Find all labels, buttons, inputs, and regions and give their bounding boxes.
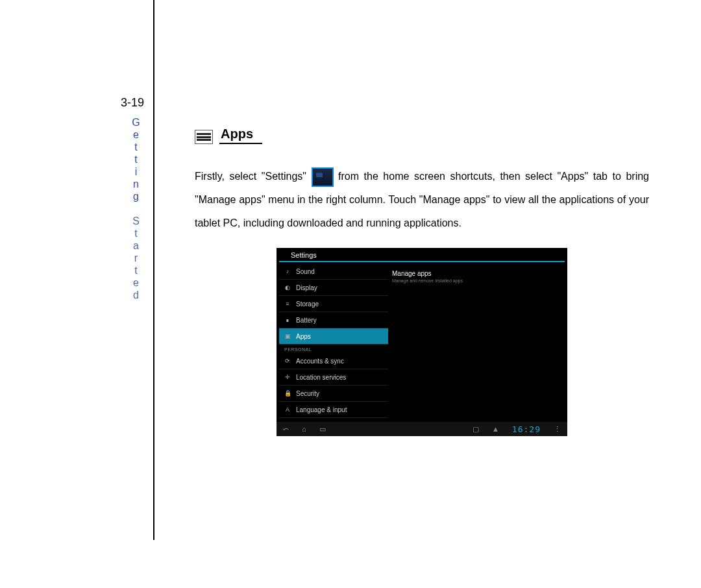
apps-icon: ▣ [284,333,291,339]
sidebar-item-label: Apps [296,333,311,340]
storage-icon: ≡ [284,300,291,307]
system-nav-bar: ⤺ ⌂ ▭ ▢ ▲ 16:29 ⋮ [277,422,567,436]
nav-home-icon[interactable]: ⌂ [302,425,306,433]
settings-screenshot: Settings ♪Sound ◐Display ≡Storage ∎Batte… [277,248,567,436]
sidebar-item-label: Display [296,284,317,291]
sidebar-item-label: Battery [296,317,317,324]
manual-page: 3-19 Getting Started Apps Firstly, selec… [0,0,701,588]
section-side-label: Getting Started [130,117,141,302]
sidebar-item-battery[interactable]: ∎Battery [279,312,388,328]
apps-section-icon [195,130,213,144]
heading-row: Apps [195,127,649,144]
sidebar-item-backup[interactable]: ⟲Backup & reset [279,418,388,421]
page-content: Apps Firstly, select "Settings" from the… [195,127,649,436]
manage-apps-title[interactable]: Manage apps [392,270,563,277]
status-warning-icon: ▲ [492,425,499,433]
lock-icon: 🔒 [284,390,291,397]
sidebar-item-sound[interactable]: ♪Sound [279,263,388,280]
vertical-rule [153,0,154,540]
sidebar-item-display[interactable]: ◐Display [279,280,388,296]
sound-icon: ♪ [284,268,291,275]
sidebar-item-security[interactable]: 🔒Security [279,386,388,402]
battery-icon: ∎ [284,317,291,323]
para-part-1: Firstly, select "Settings" [195,171,312,182]
sidebar-item-label: Accounts & sync [296,358,344,365]
screenshot-accent-line [279,261,565,262]
sidebar-item-label: Storage [296,300,319,308]
sync-icon: ⟳ [284,358,291,364]
status-clock: 16:29 [512,424,541,434]
sidebar-item-label: Sound [296,268,315,275]
page-number: 3-19 [121,96,144,110]
display-icon: ◐ [284,284,291,291]
settings-app-icon [312,167,334,187]
side-word-1: Getting [130,117,141,203]
location-icon: ✛ [284,374,291,380]
nav-back-icon[interactable]: ⤺ [283,425,289,434]
settings-sidebar: ♪Sound ◐Display ≡Storage ∎Battery ▣Apps … [279,263,388,421]
status-extras-icon: ⋮ [554,425,561,434]
manage-apps-subtitle: Manage and remove installed apps [392,278,563,283]
sidebar-item-apps[interactable]: ▣Apps [279,328,388,345]
sidebar-item-language[interactable]: ALanguage & input [279,402,388,418]
sidebar-item-accounts[interactable]: ⟳Accounts & sync [279,353,388,369]
sidebar-item-label: Language & input [296,406,347,413]
settings-detail-pane: Manage apps Manage and remove installed … [392,270,563,283]
sidebar-item-label: Location services [296,374,346,381]
sidebar-item-storage[interactable]: ≡Storage [279,296,388,312]
screenshot-title: Settings [291,251,317,259]
side-word-2: Started [130,215,141,302]
section-heading: Apps [219,127,262,144]
body-paragraph: Firstly, select "Settings" from the home… [195,165,649,235]
status-image-icon: ▢ [473,425,479,434]
nav-recent-icon[interactable]: ▭ [319,425,326,434]
sidebar-item-location[interactable]: ✛Location services [279,369,388,386]
language-icon: A [284,406,291,413]
sidebar-item-label: Security [296,390,319,397]
sidebar-section-personal: PERSONAL [279,345,388,353]
